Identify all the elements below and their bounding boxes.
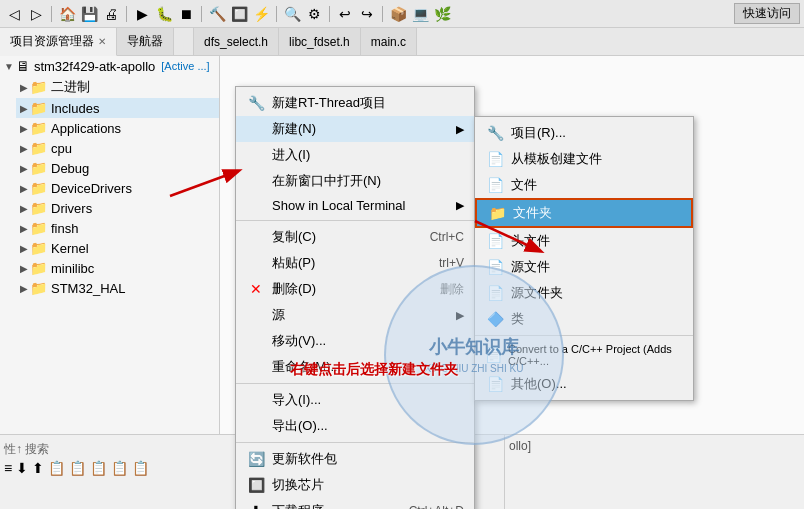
props-icon-1[interactable]: ≡ [4,460,12,476]
submenu-file[interactable]: 📄 文件 [475,172,693,198]
props-icon-8[interactable]: 📋 [132,460,149,476]
tree-item-finsh[interactable]: ▶ 📁 finsh [16,218,219,238]
settings-icon[interactable]: ⚙ [304,4,324,24]
tree-stm32hal-arrow: ▶ [20,283,28,294]
tab-project-explorer-label: 项目资源管理器 [10,33,94,50]
submenu-template-label: 从模板创建文件 [511,150,602,168]
menu-delete[interactable]: ✕ 删除(D) 删除 [236,276,474,302]
submenu-other[interactable]: 📄 其他(O)... [475,371,693,397]
tree-children: ▶ 📁 二进制 ▶ 📁 Includes ▶ 📁 Applications ▶ … [0,76,219,298]
tree-binary-label: 二进制 [51,78,90,96]
tab-file2-label: libc_fdset.h [289,35,350,49]
tab-project-explorer-close[interactable]: ✕ [98,36,106,47]
tree-item-includes[interactable]: ▶ 📁 Includes [16,98,219,118]
quick-access-button[interactable]: 快速访问 [734,3,800,24]
menu-show-terminal[interactable]: Show in Local Terminal ▶ [236,194,474,217]
submenu-template-file[interactable]: 📄 从模板创建文件 [475,146,693,172]
tab-project-explorer[interactable]: 项目资源管理器 ✕ [0,28,117,56]
submenu-source[interactable]: 📄 源文件 [475,254,693,280]
terminal-icon[interactable]: 💻 [410,4,430,24]
tree-item-minilibc[interactable]: ▶ 📁 minilibc [16,258,219,278]
tab-navigator[interactable]: 导航器 [117,28,174,55]
tree-root-arrow: ▼ [4,61,14,72]
menu-copy[interactable]: 复制(C) Ctrl+C [236,224,474,250]
tree-item-cpu[interactable]: ▶ 📁 cpu [16,138,219,158]
forward-icon[interactable]: ▷ [26,4,46,24]
menu-new-rtthread-label: 新建RT-Thread项目 [272,94,386,112]
tree-item-applications[interactable]: ▶ 📁 Applications [16,118,219,138]
home-icon[interactable]: 🏠 [57,4,77,24]
menu-rename[interactable]: 重命名(M)... [236,354,474,380]
build-icon[interactable]: 🔨 [207,4,227,24]
props-icon-4[interactable]: 📋 [48,460,65,476]
props-icon-7[interactable]: 📋 [111,460,128,476]
props-icon-5[interactable]: 📋 [69,460,86,476]
redo-icon[interactable]: ↪ [357,4,377,24]
debug-icon[interactable]: 🐛 [154,4,174,24]
menu-delete-icon: ✕ [246,281,266,297]
tab-file1[interactable]: dfs_select.h [194,28,279,55]
chip-icon[interactable]: 🔲 [229,4,249,24]
tab-file2[interactable]: libc_fdset.h [279,28,361,55]
tab-file3-label: main.c [371,35,406,49]
print-icon[interactable]: 🖨 [101,4,121,24]
menu-source-label: 源 [272,306,285,324]
menu-export[interactable]: 导出(O)... [236,413,474,439]
tree-item-kernel[interactable]: ▶ 📁 Kernel [16,238,219,258]
tree-cpu-label: cpu [51,141,72,156]
props-icon-3[interactable]: ⬆ [32,460,44,476]
menu-delete-label: 删除(D) [272,280,316,298]
menu-switch-chip[interactable]: 🔲 切换芯片 [236,472,474,498]
search-toolbar-icon[interactable]: 🔍 [282,4,302,24]
props-icon-2[interactable]: ⬇ [16,460,28,476]
menu-update-pkg[interactable]: 🔄 更新软件包 [236,446,474,472]
main-area: ▼ 🖥 stm32f429-atk-apollo [Active ...] ▶ … [0,56,804,509]
submenu-file-icon: 📄 [485,177,505,193]
tree-item-drivers[interactable]: ▶ 📁 Drivers [16,198,219,218]
menu-move[interactable]: 移动(V)... [236,328,474,354]
back-icon[interactable]: ◁ [4,4,24,24]
submenu-convert[interactable]: 📄 Convert to a C/C++ Project (Adds C/C++… [475,339,693,371]
context-menu-main: 🔧 新建RT-Thread项目 新建(N) ▶ 进入(I) 在新窗口中打开(N)… [235,86,475,509]
menu-open-new-window[interactable]: 在新窗口中打开(N) [236,168,474,194]
menu-import-label: 导入(I)... [272,391,321,409]
tab-file3[interactable]: main.c [361,28,417,55]
package-icon[interactable]: 📦 [388,4,408,24]
tree-finsh-label: finsh [51,221,78,236]
tree-item-stm32hal[interactable]: ▶ 📁 STM32_HAL [16,278,219,298]
menu-new[interactable]: 新建(N) ▶ [236,116,474,142]
stop-icon[interactable]: ⏹ [176,4,196,24]
tree-item-binary[interactable]: ▶ 📁 二进制 [16,76,219,98]
submenu-other-label: 其他(O)... [511,375,567,393]
menu-source[interactable]: 源 ▶ [236,302,474,328]
git-icon[interactable]: 🌿 [432,4,452,24]
menu-new-arrow: ▶ [456,123,464,136]
submenu-source-folder[interactable]: 📄 源文件夹 [475,280,693,306]
run-icon[interactable]: ▶ [132,4,152,24]
tree-item-devicedrivers[interactable]: ▶ 📁 DeviceDrivers [16,178,219,198]
tree-debug-icon: 📁 [30,160,47,176]
menu-new-rtthread[interactable]: 🔧 新建RT-Thread项目 [236,90,474,116]
submenu-project[interactable]: 🔧 项目(R)... [475,120,693,146]
submenu-header-icon: 📄 [485,233,505,249]
tree-item-debug[interactable]: ▶ 📁 Debug [16,158,219,178]
tree-kernel-icon: 📁 [30,240,47,256]
flash-icon[interactable]: ⚡ [251,4,271,24]
submenu-class[interactable]: 🔷 类 [475,306,693,332]
props-icon-6[interactable]: 📋 [90,460,107,476]
undo-icon[interactable]: ↩ [335,4,355,24]
save-icon[interactable]: 💾 [79,4,99,24]
submenu-folder[interactable]: 📁 文件夹 [475,198,693,228]
menu-download[interactable]: ⬇ 下载程序 Ctrl+Alt+D [236,498,474,509]
instance-label: ollo] [509,439,800,453]
toolbar-sep-1 [51,6,52,22]
submenu-class-icon: 🔷 [485,311,505,327]
submenu-header[interactable]: 📄 头文件 [475,228,693,254]
submenu-project-icon: 🔧 [485,125,505,141]
menu-paste[interactable]: 粘贴(P) trl+V [236,250,474,276]
tree-cpu-arrow: ▶ [20,143,28,154]
tree-root[interactable]: ▼ 🖥 stm32f429-atk-apollo [Active ...] [0,56,219,76]
menu-sep-2 [236,383,474,384]
menu-enter[interactable]: 进入(I) [236,142,474,168]
menu-import[interactable]: 导入(I)... [236,387,474,413]
